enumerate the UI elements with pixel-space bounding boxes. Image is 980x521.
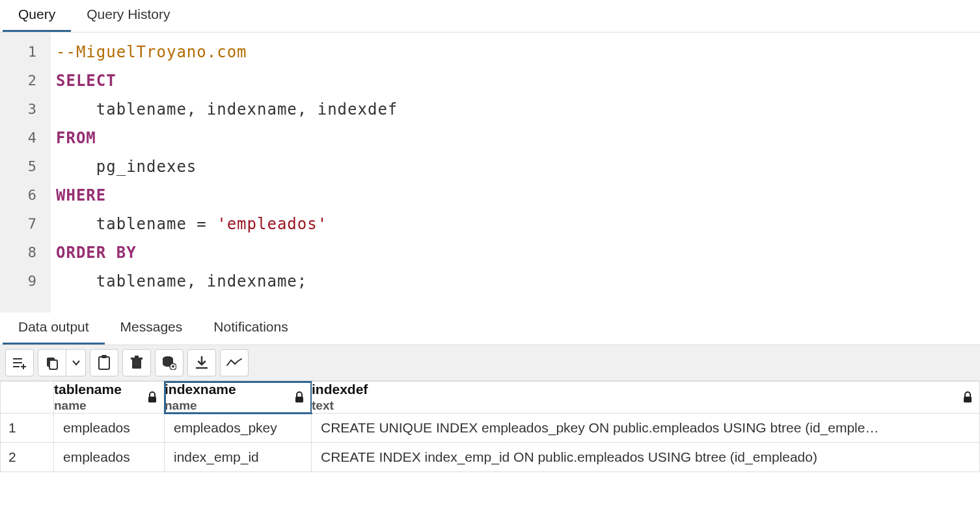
copy-button[interactable] [38,349,66,376]
add-row-icon [12,356,27,369]
row-number[interactable]: 1 [1,414,54,443]
output-tabs: Data output Messages Notifications [0,313,980,345]
trash-icon [130,356,143,370]
paste-button[interactable] [90,349,118,376]
svg-rect-10 [131,358,143,359]
column-header-indexdef[interactable]: indexdef text [312,382,980,414]
sql-editor[interactable]: 1 2 3 4 5 6 7 8 9 --MiguelTroyano.com SE… [0,33,980,313]
tab-data-output[interactable]: Data output [3,313,105,345]
svg-rect-15 [148,397,156,402]
svg-rect-16 [295,397,303,402]
lock-icon [294,391,305,403]
table-row[interactable]: 1 empleados empleados_pkey CREATE UNIQUE… [1,414,980,443]
code-area[interactable]: --MiguelTroyano.com SELECT tablename, in… [51,33,398,313]
cell-indexdef[interactable]: CREATE INDEX index_emp_id ON public.empl… [312,443,980,472]
tab-notifications[interactable]: Notifications [198,313,303,345]
download-button[interactable] [187,349,216,376]
results-toolbar [0,345,980,381]
svg-rect-17 [964,397,972,402]
svg-rect-8 [102,355,107,358]
row-number[interactable]: 2 [1,443,54,472]
save-data-icon [162,356,176,370]
column-header-indexname[interactable]: indexname name [165,382,312,414]
cell-indexname[interactable]: index_emp_id [165,443,312,472]
cell-indexdef[interactable]: CREATE UNIQUE INDEX empleados_pkey ON pu… [312,414,980,443]
paste-icon [98,355,111,371]
svg-rect-9 [132,359,141,369]
graph-icon [226,358,242,368]
svg-rect-6 [49,360,57,369]
lock-icon [147,391,157,403]
add-row-button[interactable] [5,349,34,376]
column-header-tablename[interactable]: tablename name [54,382,165,414]
tab-query[interactable]: Query [3,0,71,32]
chevron-down-icon [72,358,81,367]
corner-header[interactable] [1,382,54,414]
svg-rect-11 [135,356,139,358]
copy-button-group [38,349,86,376]
copy-icon [45,356,59,370]
results-grid[interactable]: tablename name indexname name indexdef t… [0,381,980,472]
editor-tabs: Query Query History [0,0,980,33]
svg-rect-7 [99,357,109,369]
line-gutter: 1 2 3 4 5 6 7 8 9 [0,33,51,313]
table-row[interactable]: 2 empleados index_emp_id CREATE INDEX in… [1,443,980,472]
cell-tablename[interactable]: empleados [54,414,165,443]
copy-menu-button[interactable] [66,349,86,376]
graph-button[interactable] [220,349,249,376]
cell-indexname[interactable]: empleados_pkey [165,414,312,443]
save-data-button[interactable] [155,349,184,376]
download-icon [195,356,209,370]
lock-icon [962,391,973,403]
tab-messages[interactable]: Messages [105,313,198,345]
tab-query-history[interactable]: Query History [71,0,185,32]
delete-button[interactable] [122,349,151,376]
cell-tablename[interactable]: empleados [54,443,165,472]
